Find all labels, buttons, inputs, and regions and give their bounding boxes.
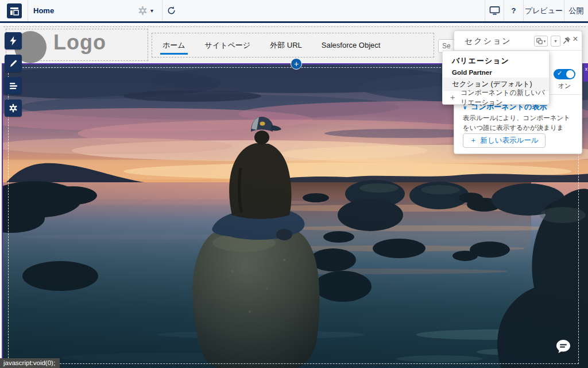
- caret-down-icon: ▾: [544, 39, 546, 44]
- status-text: javascript:void(0);: [3, 359, 55, 366]
- layout-icon: [9, 6, 20, 16]
- caret-down-icon: ▾: [554, 39, 556, 44]
- link-status-tooltip: javascript:void(0);: [0, 358, 60, 368]
- component-on-toggle[interactable]: ✓: [554, 69, 575, 79]
- header-dashed-border: [3, 26, 586, 27]
- navigation-menu-component[interactable]: ホーム サイトページ 外部 URL Salesforce Object: [152, 33, 434, 57]
- component-toggle-wrap: ✓ オン: [552, 69, 577, 90]
- panel-menu-button[interactable]: ▾: [551, 36, 560, 47]
- divider: [162, 0, 163, 21]
- builder-toolbar: Home ▾: [0, 0, 588, 23]
- nav-item-home[interactable]: ホーム: [163, 33, 185, 57]
- toggle-knob: [566, 70, 574, 78]
- page-settings-gear-icon[interactable]: [138, 6, 148, 16]
- plus-icon: ＋: [448, 93, 457, 103]
- components-button[interactable]: [5, 32, 22, 49]
- panel-title: セクション: [465, 36, 512, 47]
- variations-button[interactable]: ▾: [534, 36, 548, 47]
- pin-icon[interactable]: [563, 36, 571, 45]
- variations-dropdown-menu: バリエーション Gold Partner セクション (デフォルト) ＋ コンポ…: [442, 51, 550, 105]
- current-page-name[interactable]: Home: [33, 0, 54, 21]
- logo-text: Logo: [53, 30, 106, 55]
- help-button[interactable]: ?: [504, 0, 523, 21]
- variations-icon: [536, 38, 543, 44]
- menu-item-gold-partner[interactable]: Gold Partner: [443, 67, 549, 78]
- pencil-icon: [9, 59, 18, 68]
- page-dropdown-caret-icon[interactable]: ▾: [150, 0, 153, 21]
- new-variation-label: コンポーネントの新しいバリエーション: [461, 88, 549, 108]
- section-close-badge[interactable]: x: [583, 64, 588, 82]
- toggle-state-label: オン: [552, 82, 577, 90]
- plus-icon: ＋: [470, 136, 477, 145]
- publish-button[interactable]: 公開: [564, 0, 588, 21]
- new-rule-label: 新しい表示ルール: [481, 136, 539, 145]
- builder-tool-rail: [5, 32, 22, 117]
- page-structure-button[interactable]: [5, 77, 22, 94]
- dropdown-header: バリエーション: [452, 56, 509, 66]
- close-icon[interactable]: ×: [571, 34, 580, 47]
- check-icon: ✓: [557, 70, 562, 77]
- panel-header: セクション ▾ ▾ ×: [454, 31, 582, 51]
- menu-item-new-variation[interactable]: ＋ コンポーネントの新しいバリエーション: [443, 91, 549, 105]
- nav-item-external-url[interactable]: 外部 URL: [270, 33, 302, 57]
- new-visibility-rule-button[interactable]: ＋ 新しい表示ルール: [463, 133, 546, 148]
- builder-logo-icon[interactable]: [7, 3, 22, 18]
- chat-bubble-icon[interactable]: [555, 338, 572, 355]
- settings-button[interactable]: [5, 99, 22, 117]
- water-shading: [3, 182, 588, 368]
- logo-component[interactable]: Logo: [6, 29, 148, 61]
- lightning-icon: [9, 36, 17, 45]
- list-icon: [9, 82, 18, 90]
- add-component-plus-button[interactable]: +: [291, 58, 302, 70]
- nav-item-site-pages[interactable]: サイトページ: [205, 33, 251, 57]
- refresh-icon[interactable]: [167, 6, 176, 16]
- divider: [28, 0, 28, 21]
- nav-item-salesforce-object[interactable]: Salesforce Object: [322, 33, 381, 57]
- preview-button[interactable]: プレビュー: [524, 0, 564, 21]
- experience-builder-window: Home ▾: [0, 0, 588, 368]
- device-preview-monitor-icon[interactable]: [485, 0, 504, 21]
- gear-icon: [9, 103, 18, 113]
- theme-button[interactable]: [5, 55, 22, 72]
